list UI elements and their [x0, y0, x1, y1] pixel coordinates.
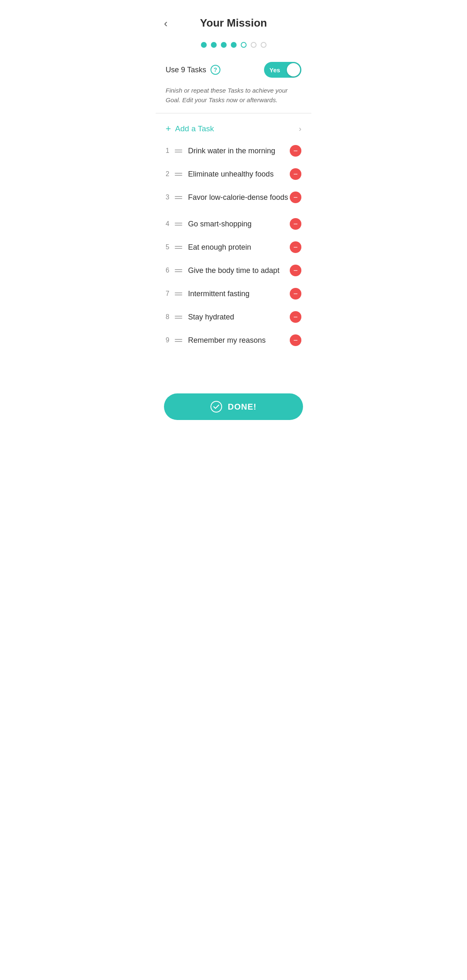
- use-tasks-toggle[interactable]: Yes: [264, 62, 301, 78]
- dot-1: [201, 42, 207, 48]
- back-button[interactable]: ‹: [164, 18, 168, 29]
- task-item-4: 4 Go smart-shopping −: [156, 212, 311, 236]
- task-item-2: 2 Eliminate unhealthy foods −: [156, 162, 311, 186]
- task-name-6: Give the body time to adapt: [188, 266, 290, 275]
- task-list: 1 Drink water in the morning − 2 Elimina…: [156, 138, 311, 352]
- drag-handle-6[interactable]: [175, 269, 182, 272]
- task-number-7: 7: [166, 290, 175, 297]
- section-divider: [156, 113, 311, 113]
- done-button[interactable]: DONE!: [164, 393, 303, 420]
- remove-task-3[interactable]: −: [290, 192, 301, 203]
- task-number-9: 9: [166, 336, 175, 344]
- task-name-8: Stay hydrated: [188, 313, 290, 322]
- chevron-right-icon: ›: [299, 125, 301, 133]
- task-item-8: 8 Stay hydrated −: [156, 305, 311, 329]
- add-task-label: Add a Task: [175, 124, 214, 133]
- header: ‹ Your Mission: [156, 0, 311, 38]
- plus-icon: +: [166, 124, 171, 133]
- drag-handle-5[interactable]: [175, 246, 182, 249]
- dot-5: [241, 42, 247, 48]
- description-text: Finish or repeat these Tasks to achieve …: [156, 84, 311, 113]
- task-number-2: 2: [166, 170, 175, 178]
- dot-4: [231, 42, 237, 48]
- done-check-icon: [210, 401, 222, 413]
- bottom-spacer: [156, 352, 311, 385]
- drag-handle-8[interactable]: [175, 316, 182, 319]
- task-number-1: 1: [166, 147, 175, 155]
- checkmark-icon: [213, 403, 220, 410]
- task-name-7: Intermittent fasting: [188, 290, 290, 298]
- progress-dots: [156, 38, 311, 58]
- task-number-3: 3: [166, 194, 175, 201]
- drag-handle-9[interactable]: [175, 339, 182, 342]
- task-item-1: 1 Drink water in the morning −: [156, 139, 311, 162]
- drag-handle-3[interactable]: [175, 196, 182, 199]
- task-item-3: 3 Favor low-calorie-dense foods −: [156, 186, 311, 209]
- remove-task-6[interactable]: −: [290, 265, 301, 276]
- drag-handle-4[interactable]: [175, 223, 182, 226]
- dot-3: [221, 42, 227, 48]
- remove-task-8[interactable]: −: [290, 311, 301, 323]
- remove-task-7[interactable]: −: [290, 288, 301, 300]
- task-name-4: Go smart-shopping: [188, 220, 290, 228]
- remove-task-9[interactable]: −: [290, 334, 301, 346]
- done-label: DONE!: [228, 402, 257, 412]
- task-name-2: Eliminate unhealthy foods: [188, 170, 290, 179]
- tasks-label-group: Use 9 Tasks ?: [166, 65, 220, 75]
- remove-task-4[interactable]: −: [290, 218, 301, 230]
- task-item-7: 7 Intermittent fasting −: [156, 282, 311, 305]
- remove-task-5[interactable]: −: [290, 241, 301, 253]
- drag-handle-1[interactable]: [175, 150, 182, 152]
- task-item-5: 5 Eat enough protein −: [156, 236, 311, 259]
- task-name-9: Remember my reasons: [188, 336, 290, 345]
- tasks-toggle-section: Use 9 Tasks ? Yes: [156, 58, 311, 84]
- task-name-5: Eat enough protein: [188, 243, 290, 252]
- task-name-1: Drink water in the morning: [188, 147, 290, 155]
- task-number-6: 6: [166, 267, 175, 274]
- task-number-4: 4: [166, 220, 175, 228]
- toggle-label: Yes: [269, 66, 280, 74]
- task-number-8: 8: [166, 313, 175, 321]
- help-icon[interactable]: ?: [210, 65, 220, 75]
- add-task-row[interactable]: + Add a Task ›: [156, 120, 311, 138]
- dot-2: [211, 42, 217, 48]
- done-btn-container: DONE!: [156, 385, 311, 432]
- dot-7: [261, 42, 267, 48]
- remove-task-2[interactable]: −: [290, 168, 301, 180]
- task-number-5: 5: [166, 243, 175, 251]
- toggle-knob: [287, 63, 300, 76]
- task-item-6: 6 Give the body time to adapt −: [156, 259, 311, 282]
- drag-handle-2[interactable]: [175, 173, 182, 176]
- task-name-3: Favor low-calorie-dense foods: [188, 193, 290, 202]
- dot-6: [251, 42, 257, 48]
- task-item-9: 9 Remember my reasons −: [156, 329, 311, 352]
- drag-handle-7[interactable]: [175, 292, 182, 295]
- section-gap-1: [156, 209, 311, 212]
- page-title: Your Mission: [200, 17, 267, 29]
- add-task-left: + Add a Task: [166, 124, 214, 133]
- tasks-count-label: Use 9 Tasks: [166, 66, 206, 74]
- remove-task-1[interactable]: −: [290, 145, 301, 157]
